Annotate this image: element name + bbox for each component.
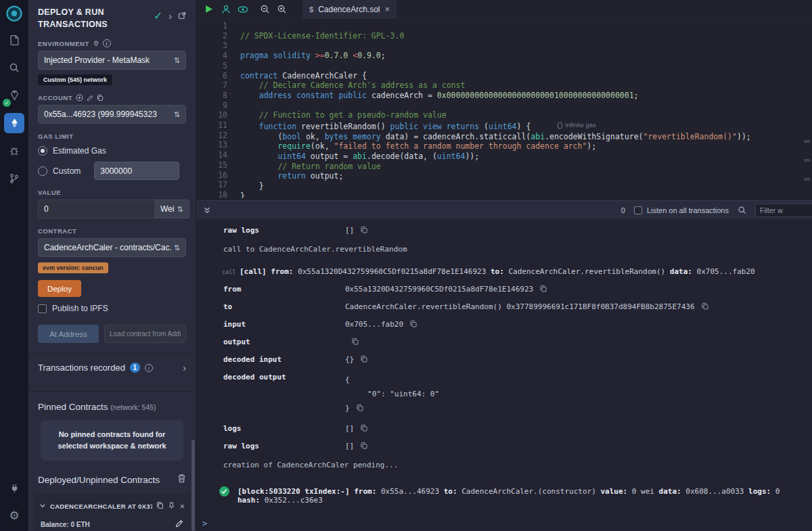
line-number: 17: [196, 180, 227, 190]
chevron-down-icon[interactable]: [39, 500, 46, 512]
copy-icon[interactable]: [357, 404, 363, 411]
tab-cadencearch-sol[interactable]: $ CadenceArch.sol ×: [302, 0, 397, 19]
chevron-updown-icon: ⇅: [174, 56, 180, 65]
value-label: VALUE: [38, 189, 186, 196]
deploy-button[interactable]: Deploy: [38, 280, 81, 297]
value-unit-select[interactable]: Wei ⇅: [155, 200, 189, 218]
pin-icon[interactable]: [168, 500, 175, 512]
copy-icon[interactable]: [352, 338, 359, 345]
code-line: [240, 21, 751, 31]
line-number: 12: [196, 131, 227, 141]
terminal-kv-row: decoded input{}: [196, 350, 812, 368]
editor-scrollbar[interactable]: [803, 0, 810, 200]
popout-icon[interactable]: [178, 10, 186, 22]
debugger-icon[interactable]: [4, 141, 24, 161]
line-number: 13: [196, 140, 227, 150]
copy-icon[interactable]: [361, 355, 367, 363]
code-line: uint64 output = abi.decode(data, (uint64…: [240, 152, 751, 162]
code-line: // Return random value: [240, 162, 751, 172]
terminal-kv-row: logs[]: [196, 419, 812, 437]
evm-version-badge: evm version: cancun: [38, 262, 108, 273]
file-explorer-icon[interactable]: [4, 30, 24, 50]
custom-gas-radio[interactable]: [38, 166, 47, 176]
balance-label: Balance: 0 ETH: [41, 521, 90, 528]
zoom-in-icon[interactable]: [275, 2, 289, 17]
chevron-updown-icon: ⇅: [174, 110, 180, 119]
copy-icon[interactable]: [361, 442, 367, 449]
zoom-out-icon[interactable]: [258, 2, 272, 17]
terminal-prompt[interactable]: >: [196, 516, 812, 531]
terminal-kv-row: from0x55a1320D432759960C5Df0215a8dF78e1E…: [196, 280, 812, 298]
estimated-gas-option[interactable]: Estimated Gas: [38, 146, 186, 156]
settings-icon[interactable]: ⚙: [4, 505, 24, 526]
success-check-icon: [219, 486, 229, 499]
environment-info-icon[interactable]: i: [103, 39, 111, 47]
git-icon[interactable]: [4, 168, 24, 189]
listen-all-checkbox[interactable]: [634, 206, 642, 214]
remove-instance-icon[interactable]: ×: [179, 502, 185, 511]
contract-select[interactable]: CadenceArchCaler - contracts/Cac... ⇅: [38, 238, 186, 257]
gas-estimate-badge: infinite gas: [558, 120, 595, 131]
plugin-manager-icon[interactable]: [4, 478, 24, 498]
copy-icon[interactable]: [361, 424, 367, 432]
trash-icon[interactable]: [177, 474, 186, 486]
panel-scrollbar[interactable]: [191, 440, 195, 531]
at-address-button[interactable]: At Address: [38, 325, 99, 343]
estimated-gas-radio[interactable]: [38, 146, 47, 156]
network-badge: Custom (545) network: [38, 74, 112, 85]
account-select[interactable]: 0x55a...46923 (999.999945323 ⇅: [38, 105, 186, 124]
copy-icon[interactable]: [702, 302, 708, 310]
run-script-icon[interactable]: [202, 2, 216, 17]
code-line: (bool ok, bytes memory data) = cadenceAr…: [240, 132, 751, 142]
code-line: require(ok, "failed to fetch a random nu…: [240, 141, 751, 152]
terminal-kv-row: toCadenceArchCaler.revertibleRandom() 0x…: [196, 298, 812, 315]
pending-tx-count: 0: [621, 206, 625, 214]
line-number: 14: [196, 150, 227, 160]
panel-next-icon[interactable]: ›: [168, 11, 172, 21]
listen-all-row[interactable]: Listen on all transactions: [634, 206, 729, 214]
publish-ipfs-row[interactable]: Publish to IPFS: [38, 304, 186, 313]
remix-logo-icon[interactable]: [5, 4, 24, 22]
code-editor[interactable]: 123456789101112131415161718 // SPDX-Lice…: [196, 19, 812, 198]
custom-gas-input[interactable]: [94, 162, 179, 180]
terminal-filter-input[interactable]: [755, 204, 812, 217]
collapse-terminal-icon[interactable]: [203, 206, 211, 214]
copy-icon[interactable]: [361, 226, 367, 233]
copy-address-icon[interactable]: [156, 500, 164, 512]
add-account-icon[interactable]: [76, 94, 83, 101]
solidity-compiler-icon[interactable]: ✓: [4, 85, 24, 106]
terminal-call-row: call[call] from: 0x55a1320D432759960C5Df…: [196, 262, 812, 280]
line-number: 18: [196, 190, 227, 198]
line-number: 4: [196, 51, 227, 61]
expand-transactions-icon[interactable]: ›: [183, 363, 186, 373]
environment-select[interactable]: Injected Provider - MetaMask ⇅: [38, 51, 186, 70]
close-tab-icon[interactable]: ×: [385, 5, 390, 14]
terminal-output: raw logs[]call to CadenceArchCaler.rever…: [196, 219, 812, 516]
plug-icon[interactable]: [93, 40, 99, 47]
copilot-toggle-icon[interactable]: [235, 2, 250, 17]
line-number: 11: [196, 120, 227, 131]
copy-icon[interactable]: [410, 320, 417, 327]
edit-account-icon[interactable]: [87, 95, 93, 101]
transactions-count-badge: 1: [130, 363, 140, 373]
transactions-recorded-row[interactable]: Transactions recorded 1 i ›: [38, 354, 186, 381]
deploy-run-icon[interactable]: [4, 113, 24, 133]
code-line: // Function to get a pseudo-random value: [240, 110, 751, 120]
line-number: 15: [196, 160, 227, 170]
value-input[interactable]: [38, 200, 155, 218]
search-icon[interactable]: [4, 57, 24, 78]
copy-icon[interactable]: [540, 285, 547, 292]
terminal-kv-row: output: [196, 333, 812, 350]
publish-ipfs-checkbox[interactable]: [38, 304, 47, 313]
transactions-info-icon[interactable]: i: [145, 364, 153, 372]
copy-account-icon[interactable]: [97, 94, 104, 101]
edit-balance-icon[interactable]: [175, 520, 183, 529]
custom-gas-option[interactable]: Custom: [38, 162, 186, 180]
line-number: 1: [196, 21, 227, 31]
account-label: ACCOUNT: [38, 94, 186, 101]
deployed-contract-card: CADENCEARCHCALER AT 0X37... × Balance: 0…: [34, 494, 190, 531]
terminal-search-icon[interactable]: [738, 206, 746, 214]
assistant-icon[interactable]: [219, 2, 233, 17]
at-address-input[interactable]: [104, 325, 186, 343]
terminal-kv-row: decoded output{ "0": "uint64: 0"}: [196, 368, 812, 419]
